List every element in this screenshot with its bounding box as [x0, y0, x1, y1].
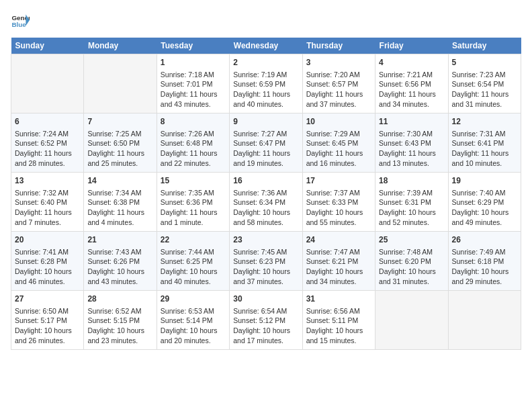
day-info: Sunrise: 7:47 AM	[306, 247, 371, 257]
day-info: Sunset: 6:29 PM	[452, 197, 517, 208]
day-number: 24	[306, 234, 371, 246]
day-info: Daylight: 11 hours and 25 minutes.	[87, 148, 152, 168]
day-info: Sunset: 6:23 PM	[233, 257, 298, 267]
day-number: 25	[379, 234, 444, 246]
calendar-cell: 8Sunrise: 7:26 AMSunset: 6:48 PMDaylight…	[157, 113, 229, 173]
day-number: 7	[87, 116, 152, 128]
day-number: 30	[233, 293, 298, 305]
day-info: Sunrise: 7:34 AM	[87, 188, 152, 198]
day-info: Daylight: 10 hours and 20 minutes.	[161, 326, 226, 345]
day-number: 6	[15, 116, 80, 128]
day-info: Sunrise: 7:41 AM	[15, 247, 80, 257]
calendar-cell: 27Sunrise: 6:50 AMSunset: 5:17 PMDayligh…	[11, 291, 84, 350]
day-header-sunday: Sunday	[11, 38, 84, 54]
day-info: Sunset: 6:50 PM	[87, 138, 152, 148]
day-info: Sunset: 5:12 PM	[233, 316, 298, 326]
day-info: Sunrise: 7:32 AM	[15, 188, 80, 198]
day-info: Daylight: 10 hours and 26 minutes.	[15, 326, 80, 345]
week-row-1: 1Sunrise: 7:18 AMSunset: 7:01 PMDaylight…	[11, 54, 521, 113]
day-number: 14	[87, 175, 152, 187]
day-number: 1	[161, 57, 226, 68]
day-number: 29	[161, 293, 226, 305]
day-info: Sunrise: 6:56 AM	[306, 306, 371, 316]
day-info: Sunrise: 7:48 AM	[379, 247, 444, 257]
day-info: Sunrise: 7:30 AM	[379, 129, 444, 139]
day-number: 3	[306, 57, 371, 68]
calendar-cell: 16Sunrise: 7:36 AMSunset: 6:34 PMDayligh…	[230, 173, 302, 232]
day-info: Sunset: 6:34 PM	[233, 197, 298, 208]
day-info: Sunset: 6:57 PM	[306, 79, 371, 89]
calendar-cell: 10Sunrise: 7:29 AMSunset: 6:45 PMDayligh…	[302, 113, 375, 173]
day-info: Daylight: 11 hours and 4 minutes.	[87, 208, 152, 227]
day-info: Sunrise: 7:25 AM	[87, 129, 152, 139]
day-info: Sunset: 5:15 PM	[87, 316, 152, 326]
day-info: Sunset: 6:36 PM	[161, 197, 226, 208]
day-info: Sunset: 6:26 PM	[87, 257, 152, 267]
calendar-cell: 5Sunrise: 7:23 AMSunset: 6:54 PMDaylight…	[448, 54, 521, 113]
day-info: Daylight: 11 hours and 28 minutes.	[15, 148, 80, 168]
calendar-cell: 24Sunrise: 7:47 AMSunset: 6:21 PMDayligh…	[302, 232, 375, 291]
calendar-cell: 30Sunrise: 6:54 AMSunset: 5:12 PMDayligh…	[230, 291, 302, 350]
day-header-wednesday: Wednesday	[230, 38, 302, 54]
day-info: Daylight: 10 hours and 43 minutes.	[87, 267, 152, 286]
calendar-cell: 9Sunrise: 7:27 AMSunset: 6:47 PMDaylight…	[230, 113, 302, 173]
calendar-cell: 11Sunrise: 7:30 AMSunset: 6:43 PMDayligh…	[375, 113, 448, 173]
day-info: Sunrise: 7:45 AM	[233, 247, 298, 257]
svg-text:Blue: Blue	[11, 21, 26, 28]
day-info: Sunset: 5:17 PM	[15, 316, 80, 326]
day-info: Sunset: 6:52 PM	[15, 138, 80, 148]
day-number: 12	[452, 116, 517, 128]
day-header-friday: Friday	[375, 38, 448, 54]
day-number: 17	[306, 175, 371, 187]
calendar-cell: 7Sunrise: 7:25 AMSunset: 6:50 PMDaylight…	[84, 113, 157, 173]
day-info: Daylight: 10 hours and 15 minutes.	[306, 326, 371, 345]
day-info: Sunset: 6:38 PM	[87, 197, 152, 208]
day-number: 5	[452, 57, 517, 68]
day-number: 4	[379, 57, 444, 68]
day-info: Sunset: 6:41 PM	[452, 138, 517, 148]
day-info: Daylight: 10 hours and 31 minutes.	[379, 267, 444, 286]
week-row-2: 6Sunrise: 7:24 AMSunset: 6:52 PMDaylight…	[11, 113, 521, 173]
calendar-cell: 20Sunrise: 7:41 AMSunset: 6:28 PMDayligh…	[11, 232, 84, 291]
calendar-cell: 13Sunrise: 7:32 AMSunset: 6:40 PMDayligh…	[11, 173, 84, 232]
day-info: Daylight: 10 hours and 46 minutes.	[15, 267, 80, 286]
calendar-cell: 29Sunrise: 6:53 AMSunset: 5:14 PMDayligh…	[157, 291, 229, 350]
day-info: Sunrise: 6:53 AM	[161, 306, 226, 316]
calendar-cell: 25Sunrise: 7:48 AMSunset: 6:20 PMDayligh…	[375, 232, 448, 291]
day-number: 11	[379, 116, 444, 128]
day-info: Sunset: 6:54 PM	[452, 79, 517, 89]
calendar-cell	[375, 291, 448, 350]
calendar-cell: 3Sunrise: 7:20 AMSunset: 6:57 PMDaylight…	[302, 54, 375, 113]
day-info: Daylight: 10 hours and 52 minutes.	[379, 208, 444, 227]
day-header-thursday: Thursday	[302, 38, 375, 54]
day-info: Sunset: 6:28 PM	[15, 257, 80, 267]
day-info: Daylight: 11 hours and 37 minutes.	[306, 89, 371, 109]
day-info: Sunrise: 7:19 AM	[233, 70, 298, 80]
day-info: Daylight: 10 hours and 29 minutes.	[452, 267, 517, 286]
day-info: Daylight: 11 hours and 43 minutes.	[161, 89, 226, 109]
day-info: Sunset: 6:21 PM	[306, 257, 371, 267]
day-info: Sunset: 5:11 PM	[306, 316, 371, 326]
calendar-cell: 6Sunrise: 7:24 AMSunset: 6:52 PMDaylight…	[11, 113, 84, 173]
day-info: Sunset: 6:59 PM	[233, 79, 298, 89]
day-number: 10	[306, 116, 371, 128]
day-info: Sunset: 5:14 PM	[161, 316, 226, 326]
calendar-cell	[84, 54, 157, 113]
day-info: Daylight: 10 hours and 40 minutes.	[161, 267, 226, 286]
day-number: 28	[87, 293, 152, 305]
day-number: 18	[379, 175, 444, 187]
day-info: Daylight: 10 hours and 49 minutes.	[452, 208, 517, 227]
day-info: Sunrise: 6:50 AM	[15, 306, 80, 316]
day-info: Sunset: 6:43 PM	[379, 138, 444, 148]
day-info: Daylight: 11 hours and 1 minute.	[161, 208, 226, 227]
day-info: Sunrise: 6:54 AM	[233, 306, 298, 316]
day-info: Sunset: 6:40 PM	[15, 197, 80, 208]
day-info: Sunrise: 7:27 AM	[233, 129, 298, 139]
day-header-monday: Monday	[84, 38, 157, 54]
day-info: Sunset: 6:31 PM	[379, 197, 444, 208]
day-info: Daylight: 11 hours and 16 minutes.	[306, 148, 371, 168]
day-number: 8	[161, 116, 226, 128]
calendar-cell: 23Sunrise: 7:45 AMSunset: 6:23 PMDayligh…	[230, 232, 302, 291]
day-info: Sunrise: 7:43 AM	[87, 247, 152, 257]
day-number: 15	[161, 175, 226, 187]
